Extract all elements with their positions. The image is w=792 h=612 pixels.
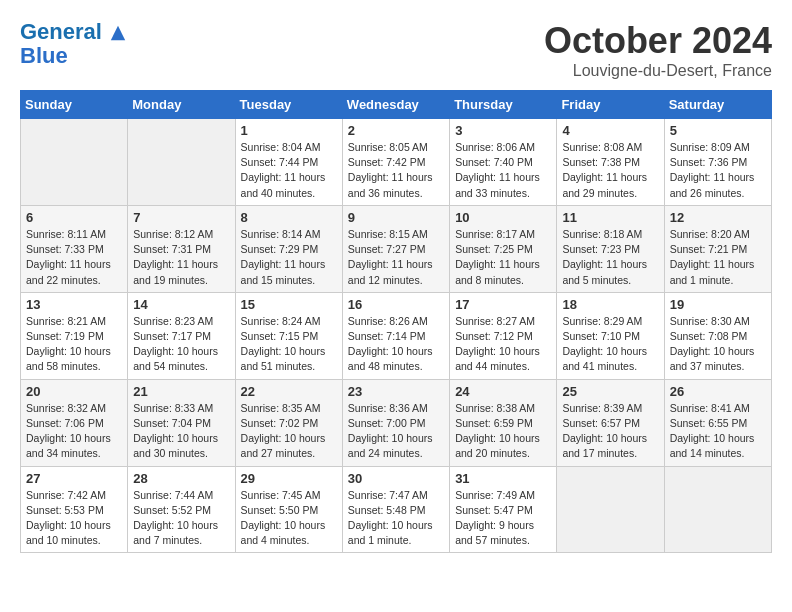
calendar-week-row: 27Sunrise: 7:42 AM Sunset: 5:53 PM Dayli…	[21, 466, 772, 553]
calendar-cell: 8Sunrise: 8:14 AM Sunset: 7:29 PM Daylig…	[235, 205, 342, 292]
day-info: Sunrise: 8:35 AM Sunset: 7:02 PM Dayligh…	[241, 401, 337, 462]
day-number: 15	[241, 297, 337, 312]
month-title: October 2024	[544, 20, 772, 62]
weekday-header: Monday	[128, 91, 235, 119]
calendar-cell: 9Sunrise: 8:15 AM Sunset: 7:27 PM Daylig…	[342, 205, 449, 292]
day-info: Sunrise: 8:30 AM Sunset: 7:08 PM Dayligh…	[670, 314, 766, 375]
day-number: 12	[670, 210, 766, 225]
day-info: Sunrise: 8:39 AM Sunset: 6:57 PM Dayligh…	[562, 401, 658, 462]
day-info: Sunrise: 8:06 AM Sunset: 7:40 PM Dayligh…	[455, 140, 551, 201]
calendar-cell: 19Sunrise: 8:30 AM Sunset: 7:08 PM Dayli…	[664, 292, 771, 379]
calendar-cell: 18Sunrise: 8:29 AM Sunset: 7:10 PM Dayli…	[557, 292, 664, 379]
calendar-cell: 10Sunrise: 8:17 AM Sunset: 7:25 PM Dayli…	[450, 205, 557, 292]
day-info: Sunrise: 8:27 AM Sunset: 7:12 PM Dayligh…	[455, 314, 551, 375]
calendar-cell: 11Sunrise: 8:18 AM Sunset: 7:23 PM Dayli…	[557, 205, 664, 292]
day-info: Sunrise: 8:36 AM Sunset: 7:00 PM Dayligh…	[348, 401, 444, 462]
calendar-cell: 5Sunrise: 8:09 AM Sunset: 7:36 PM Daylig…	[664, 119, 771, 206]
day-number: 31	[455, 471, 551, 486]
day-info: Sunrise: 8:15 AM Sunset: 7:27 PM Dayligh…	[348, 227, 444, 288]
calendar-cell: 31Sunrise: 7:49 AM Sunset: 5:47 PM Dayli…	[450, 466, 557, 553]
day-number: 14	[133, 297, 229, 312]
page-header: General Blue October 2024 Louvigne-du-De…	[20, 20, 772, 80]
day-number: 6	[26, 210, 122, 225]
weekday-header: Wednesday	[342, 91, 449, 119]
calendar-cell: 25Sunrise: 8:39 AM Sunset: 6:57 PM Dayli…	[557, 379, 664, 466]
day-info: Sunrise: 7:45 AM Sunset: 5:50 PM Dayligh…	[241, 488, 337, 549]
calendar-cell: 2Sunrise: 8:05 AM Sunset: 7:42 PM Daylig…	[342, 119, 449, 206]
day-number: 30	[348, 471, 444, 486]
day-info: Sunrise: 8:24 AM Sunset: 7:15 PM Dayligh…	[241, 314, 337, 375]
calendar-cell: 26Sunrise: 8:41 AM Sunset: 6:55 PM Dayli…	[664, 379, 771, 466]
calendar-cell: 17Sunrise: 8:27 AM Sunset: 7:12 PM Dayli…	[450, 292, 557, 379]
day-info: Sunrise: 8:05 AM Sunset: 7:42 PM Dayligh…	[348, 140, 444, 201]
day-number: 10	[455, 210, 551, 225]
calendar-cell	[557, 466, 664, 553]
calendar-cell: 24Sunrise: 8:38 AM Sunset: 6:59 PM Dayli…	[450, 379, 557, 466]
day-info: Sunrise: 8:14 AM Sunset: 7:29 PM Dayligh…	[241, 227, 337, 288]
day-number: 3	[455, 123, 551, 138]
calendar-week-row: 1Sunrise: 8:04 AM Sunset: 7:44 PM Daylig…	[21, 119, 772, 206]
weekday-header-row: SundayMondayTuesdayWednesdayThursdayFrid…	[21, 91, 772, 119]
day-number: 27	[26, 471, 122, 486]
calendar-cell: 28Sunrise: 7:44 AM Sunset: 5:52 PM Dayli…	[128, 466, 235, 553]
day-number: 24	[455, 384, 551, 399]
calendar-cell: 1Sunrise: 8:04 AM Sunset: 7:44 PM Daylig…	[235, 119, 342, 206]
day-number: 11	[562, 210, 658, 225]
calendar-week-row: 20Sunrise: 8:32 AM Sunset: 7:06 PM Dayli…	[21, 379, 772, 466]
calendar-cell	[128, 119, 235, 206]
calendar-cell: 14Sunrise: 8:23 AM Sunset: 7:17 PM Dayli…	[128, 292, 235, 379]
day-info: Sunrise: 8:12 AM Sunset: 7:31 PM Dayligh…	[133, 227, 229, 288]
day-info: Sunrise: 8:11 AM Sunset: 7:33 PM Dayligh…	[26, 227, 122, 288]
calendar-cell: 29Sunrise: 7:45 AM Sunset: 5:50 PM Dayli…	[235, 466, 342, 553]
weekday-header: Friday	[557, 91, 664, 119]
day-info: Sunrise: 8:17 AM Sunset: 7:25 PM Dayligh…	[455, 227, 551, 288]
calendar-cell: 12Sunrise: 8:20 AM Sunset: 7:21 PM Dayli…	[664, 205, 771, 292]
day-info: Sunrise: 8:33 AM Sunset: 7:04 PM Dayligh…	[133, 401, 229, 462]
day-number: 23	[348, 384, 444, 399]
day-info: Sunrise: 8:20 AM Sunset: 7:21 PM Dayligh…	[670, 227, 766, 288]
day-number: 1	[241, 123, 337, 138]
day-info: Sunrise: 7:42 AM Sunset: 5:53 PM Dayligh…	[26, 488, 122, 549]
day-info: Sunrise: 8:23 AM Sunset: 7:17 PM Dayligh…	[133, 314, 229, 375]
day-number: 20	[26, 384, 122, 399]
svg-marker-0	[111, 26, 125, 40]
calendar-cell: 30Sunrise: 7:47 AM Sunset: 5:48 PM Dayli…	[342, 466, 449, 553]
day-number: 18	[562, 297, 658, 312]
day-info: Sunrise: 8:26 AM Sunset: 7:14 PM Dayligh…	[348, 314, 444, 375]
calendar-cell: 4Sunrise: 8:08 AM Sunset: 7:38 PM Daylig…	[557, 119, 664, 206]
calendar-cell: 21Sunrise: 8:33 AM Sunset: 7:04 PM Dayli…	[128, 379, 235, 466]
logo-blue: Blue	[20, 44, 127, 68]
day-number: 7	[133, 210, 229, 225]
calendar-cell: 23Sunrise: 8:36 AM Sunset: 7:00 PM Dayli…	[342, 379, 449, 466]
day-info: Sunrise: 8:08 AM Sunset: 7:38 PM Dayligh…	[562, 140, 658, 201]
day-info: Sunrise: 7:49 AM Sunset: 5:47 PM Dayligh…	[455, 488, 551, 549]
calendar-cell: 20Sunrise: 8:32 AM Sunset: 7:06 PM Dayli…	[21, 379, 128, 466]
calendar-cell	[21, 119, 128, 206]
day-number: 5	[670, 123, 766, 138]
day-number: 13	[26, 297, 122, 312]
calendar-week-row: 6Sunrise: 8:11 AM Sunset: 7:33 PM Daylig…	[21, 205, 772, 292]
calendar-cell: 15Sunrise: 8:24 AM Sunset: 7:15 PM Dayli…	[235, 292, 342, 379]
calendar-week-row: 13Sunrise: 8:21 AM Sunset: 7:19 PM Dayli…	[21, 292, 772, 379]
day-number: 29	[241, 471, 337, 486]
day-info: Sunrise: 8:18 AM Sunset: 7:23 PM Dayligh…	[562, 227, 658, 288]
day-number: 28	[133, 471, 229, 486]
day-info: Sunrise: 8:04 AM Sunset: 7:44 PM Dayligh…	[241, 140, 337, 201]
calendar-cell: 3Sunrise: 8:06 AM Sunset: 7:40 PM Daylig…	[450, 119, 557, 206]
day-number: 26	[670, 384, 766, 399]
day-info: Sunrise: 8:29 AM Sunset: 7:10 PM Dayligh…	[562, 314, 658, 375]
logo: General Blue	[20, 20, 127, 68]
day-number: 19	[670, 297, 766, 312]
logo-icon	[109, 24, 127, 42]
calendar-cell: 7Sunrise: 8:12 AM Sunset: 7:31 PM Daylig…	[128, 205, 235, 292]
weekday-header: Thursday	[450, 91, 557, 119]
day-info: Sunrise: 8:41 AM Sunset: 6:55 PM Dayligh…	[670, 401, 766, 462]
day-number: 16	[348, 297, 444, 312]
day-info: Sunrise: 8:21 AM Sunset: 7:19 PM Dayligh…	[26, 314, 122, 375]
calendar-cell	[664, 466, 771, 553]
calendar-table: SundayMondayTuesdayWednesdayThursdayFrid…	[20, 90, 772, 553]
calendar-cell: 6Sunrise: 8:11 AM Sunset: 7:33 PM Daylig…	[21, 205, 128, 292]
day-info: Sunrise: 8:38 AM Sunset: 6:59 PM Dayligh…	[455, 401, 551, 462]
day-info: Sunrise: 7:47 AM Sunset: 5:48 PM Dayligh…	[348, 488, 444, 549]
weekday-header: Saturday	[664, 91, 771, 119]
